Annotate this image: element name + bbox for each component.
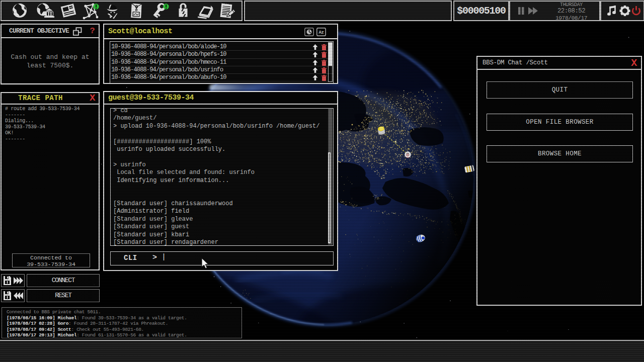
svg-text:Az: Az <box>319 30 324 35</box>
